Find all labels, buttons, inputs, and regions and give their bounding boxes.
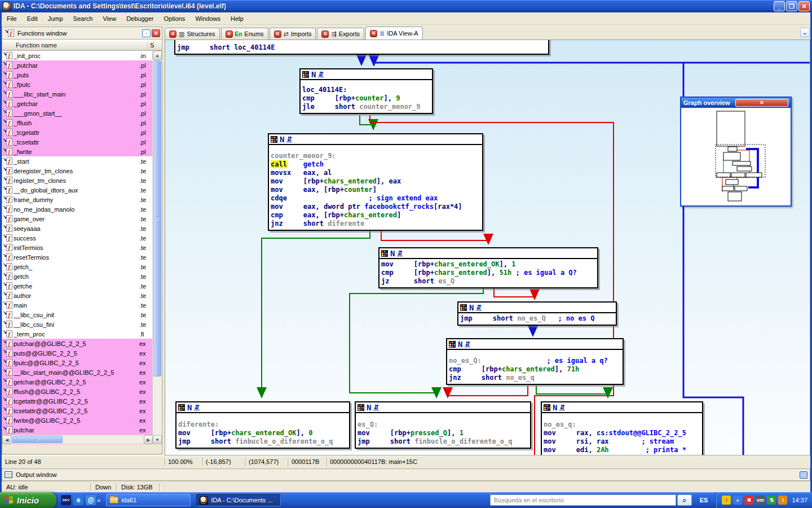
function-row[interactable]: ↘fregister_tm_clones.te [2, 176, 153, 185]
menu-debugger[interactable]: Debugger [121, 14, 158, 24]
ida-graph-view[interactable]: N⇵ jmp short loc_40114EN⇵loc_40114E:cmp … [165, 40, 810, 456]
graph-node-top[interactable]: N⇵ jmp short loc_40114E [174, 40, 549, 55]
node-title-bar[interactable]: N⇵ [176, 402, 349, 413]
function-row[interactable]: ↘fputs@@GLIBC_2_2_5ex [2, 348, 153, 358]
code-line[interactable]: mov rax, cs:stdout@@GLIBC_2_2_5 [544, 429, 700, 437]
taskbar-task-folder[interactable]: ida61 [106, 494, 191, 506]
code-line[interactable]: mov eax, [rbp+counter] [271, 186, 480, 194]
function-row[interactable]: ↘fputcharex [2, 425, 153, 435]
graph-overview-window[interactable]: Graph overview ✕ [680, 97, 792, 207]
tab-list-dropdown-button[interactable]: ⌄ [800, 28, 810, 37]
panel-close-button[interactable]: ✕ [152, 29, 160, 37]
start-button[interactable]: Inicio [0, 492, 56, 508]
minimize-button[interactable]: _ [774, 1, 785, 11]
alert-icon[interactable]: ! [778, 496, 787, 505]
panel-restore-button[interactable]: ▫ [142, 29, 151, 37]
scroll-left-button[interactable]: ◀ [2, 435, 11, 444]
function-row[interactable]: ↘fgame_over.te [2, 214, 153, 224]
function-row[interactable]: ↘f___gmon_start__.pl [2, 108, 153, 118]
output-dock-button[interactable] [800, 471, 807, 479]
mail-icon[interactable]: @ [86, 495, 96, 505]
code-line[interactable]: jmp short finbucle_o_diferente_o_q [178, 437, 347, 446]
function-row[interactable]: ↘ffputc@@GLIBC_2_2_5ex [2, 358, 153, 367]
menu-view[interactable]: View [98, 14, 121, 24]
function-row[interactable]: ↘ffwrite@@GLIBC_2_2_5ex [2, 415, 153, 425]
functions-horizontal-scrollbar[interactable]: ◀ ▶ [2, 435, 153, 444]
function-row[interactable]: ↘finitTermios.te [2, 243, 153, 252]
function-row[interactable]: ↘f_init_proc.in [2, 51, 153, 60]
node-title-bar[interactable]: N⇵ [356, 402, 530, 413]
tab-exports[interactable]: ✕⇶Exports [317, 28, 364, 40]
menu-file[interactable]: File [2, 14, 22, 24]
code-line[interactable]: jnz short diferente [271, 220, 480, 228]
code-line[interactable]: jz short es_Q [381, 277, 595, 286]
graph-overview-titlebar[interactable]: Graph overview ✕ [681, 98, 791, 108]
vmware-tools-icon[interactable]: vm [756, 496, 765, 505]
function-row[interactable]: ↘f__do_global_dtors_aux.te [2, 185, 153, 195]
code-line[interactable]: cmp [rbp+chars_entered], 51h ; es igual … [381, 269, 595, 277]
code-line[interactable]: mov rsi, rax ; stream [544, 437, 700, 446]
code-line[interactable]: cmp [rbp+counter], 9 [302, 94, 430, 103]
code-line[interactable]: mov eax, dword ptr facebookctf_rocks[rax… [271, 203, 480, 211]
node-name-icon[interactable]: N [311, 70, 316, 79]
node-sort-icon[interactable]: ⇵ [194, 404, 199, 410]
function-row[interactable]: ↘f_fflush.pl [2, 118, 153, 128]
functions-vertical-scrollbar[interactable]: ▲ ▼ [152, 51, 162, 444]
function-row[interactable]: ↘ftcgetattr@@GLIBC_2_2_5ex [2, 396, 153, 406]
function-row[interactable]: ↘fno_me_jodas_manolo.te [2, 204, 153, 214]
code-line[interactable]: movsx eax, al [271, 169, 480, 177]
node-sort-icon[interactable]: ⇵ [373, 404, 378, 410]
function-row[interactable]: ↘f__libc_csu_init.te [2, 310, 153, 319]
tab-close-icon[interactable]: ✕ [274, 30, 281, 38]
code-line[interactable]: no_es_q: [544, 421, 700, 429]
function-row[interactable]: ↘fsuccess.te [2, 233, 153, 243]
graph-node-loc40114E[interactable]: N⇵loc_40114E:cmp [rbp+counter], 9jle sho… [299, 68, 433, 114]
node-name-icon[interactable]: N [390, 249, 395, 258]
code-line[interactable]: cdqe ; sign extend eax [271, 194, 480, 203]
code-line[interactable]: cmp eax, [rbp+chars_entered] [271, 211, 480, 220]
function-row[interactable]: ↘fresetTermios.te [2, 252, 153, 262]
code-line[interactable]: cmp [rbp+chars_entered], 71h [449, 365, 621, 374]
code-line[interactable]: mov [rbp+chars_entered_OK], 0 [178, 429, 347, 437]
security-shield-icon[interactable]: ! [722, 496, 731, 505]
function-row[interactable]: ↘fgetche.te [2, 281, 153, 291]
function-row[interactable]: ↘fderegister_tm_clones.te [2, 166, 153, 176]
menu-jump[interactable]: Jump [43, 14, 68, 24]
code-line[interactable]: jmp short finbucle_o_diferente_o_q [358, 437, 528, 446]
graph-node-no_es_q[interactable]: N⇵no_es_q:mov rax, cs:stdout@@GLIBC_2_2_… [541, 401, 703, 456]
function-row[interactable]: ↘f___libc_start_main.pl [2, 89, 153, 99]
function-row[interactable]: ↘f_putchar.pl [2, 60, 153, 70]
code-line[interactable]: mov edi, 2Ah ; printa * [544, 446, 700, 454]
function-row[interactable]: ↘ffflush@@GLIBC_2_2_5ex [2, 387, 153, 396]
node-sort-icon[interactable]: ⇵ [318, 71, 323, 77]
graph-node-diferente[interactable]: N⇵diferente:mov [rbp+chars_entered_OK], … [175, 401, 350, 449]
node-sort-icon[interactable]: ⇵ [559, 404, 564, 410]
code-line[interactable]: no_es_Q: ; es igual a q? [449, 357, 621, 365]
code-line[interactable]: counter_menor_9: [271, 152, 480, 160]
function-row[interactable]: ↘f__libc_csu_fini.te [2, 319, 153, 329]
search-magnifier-icon[interactable]: ⌕ [733, 496, 742, 505]
menu-edit[interactable]: Edit [22, 14, 43, 24]
function-row[interactable]: ↘fgetch_.te [2, 262, 153, 271]
node-title-bar[interactable]: N⇵ [301, 69, 432, 80]
scroll-up-button[interactable]: ▲ [153, 51, 162, 60]
function-row[interactable]: ↘fauthor.te [2, 291, 153, 300]
vertical-scroll-thumb[interactable] [153, 60, 161, 376]
code-line[interactable]: jnz short no_es_q [449, 374, 621, 382]
graph-node-counter_menor_9[interactable]: N⇵counter_menor_9:call getchmovsx eax, a… [268, 133, 483, 231]
function-row[interactable]: ↘fseeyaaaa.te [2, 224, 153, 233]
devcpp-icon[interactable]: DEV [61, 495, 71, 505]
node-title-bar[interactable]: N⇵ [269, 134, 482, 145]
node-title-bar[interactable]: N⇵ [379, 248, 597, 259]
menu-options[interactable]: Options [158, 14, 190, 24]
code-line[interactable]: jmp short loc_40114E [177, 43, 546, 52]
node-title-bar[interactable]: N⇵ [542, 402, 702, 413]
function-row[interactable]: ↘f_term_proc.fi [2, 329, 153, 339]
function-row[interactable]: ↘ftcsetattr@@GLIBC_2_2_5ex [2, 406, 153, 415]
code-line[interactable]: mov [rbp+chars_entered_OK], 1 [381, 260, 595, 269]
function-row[interactable]: ↘fgetchar@@GLIBC_2_2_5ex [2, 377, 153, 387]
function-row[interactable]: ↘fgetch.te [2, 271, 153, 281]
tab-enums[interactable]: ✕EnEnums [221, 28, 268, 40]
graph-overview-close-button[interactable]: ✕ [735, 99, 788, 107]
menu-help[interactable]: Help [226, 14, 249, 24]
